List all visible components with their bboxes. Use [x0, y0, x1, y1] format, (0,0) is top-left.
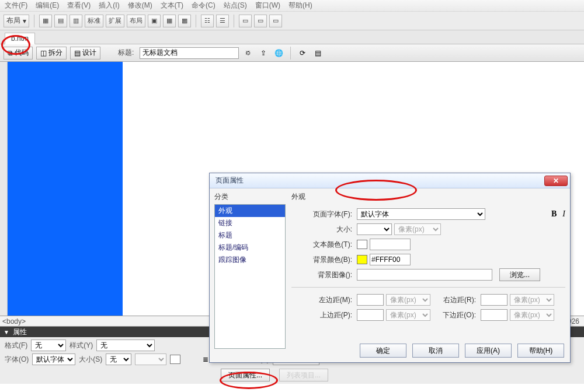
font-label: 字体(O) — [5, 355, 29, 365]
page-properties-button[interactable]: 页面属性... — [221, 369, 270, 382]
list-item-button: 列表项目... — [279, 369, 328, 382]
split-icon: ◫ — [40, 49, 47, 57]
menu-help[interactable]: 帮助(H) — [288, 1, 312, 10]
size-unit-select[interactable]: 像素(px) — [394, 223, 441, 235]
toolbar-icon-6[interactable]: ▩ — [178, 15, 191, 27]
help-button[interactable]: 帮助(H) — [517, 344, 564, 358]
toolbar-icon-11[interactable]: ▭ — [269, 15, 282, 27]
page-properties-dialog: 页面属性 ✕ 分类 外观 链接 标题 标题/编码 跟踪图像 — [209, 173, 571, 363]
toolbar-icon-10[interactable]: ▭ — [254, 15, 267, 27]
code-icon: ⧉ — [8, 49, 13, 57]
size2-label: 大小(S) — [79, 355, 102, 365]
doc-title-input[interactable] — [140, 47, 239, 59]
toolbar-icon-7[interactable]: ☷ — [201, 15, 214, 27]
margin-left-unit[interactable]: 像素(px) — [386, 294, 430, 306]
page-font-label: 页面字体(F): — [291, 209, 354, 219]
margin-bottom-unit[interactable]: 像素(px) — [510, 309, 554, 321]
dialog-titlebar[interactable]: 页面属性 ✕ — [210, 173, 570, 188]
toolbar-filemanage-icon[interactable]: ⛭ — [242, 47, 254, 59]
margin-bottom-input[interactable] — [481, 309, 507, 321]
menu-command[interactable]: 命令(C) — [192, 1, 215, 10]
margin-right-unit[interactable]: 像素(px) — [510, 294, 554, 306]
menu-edit[interactable]: 编辑(E) — [36, 1, 59, 10]
toolbar-icon-9[interactable]: ▭ — [239, 15, 252, 27]
page-font-select[interactable]: 默认字体 — [357, 208, 485, 220]
toolbar-icon-8[interactable]: ☰ — [216, 15, 229, 27]
page-body-element[interactable] — [8, 62, 123, 316]
toolbar-standard[interactable]: 标准 — [85, 15, 103, 27]
view-design-label: 设计 — [82, 48, 96, 58]
toolbar-extend[interactable]: 扩展 — [106, 15, 124, 27]
size2-select[interactable]: 无 — [106, 354, 131, 365]
toolbar-globe-icon[interactable]: 🌐 — [273, 47, 284, 59]
menu-view[interactable]: 查看(V) — [67, 1, 91, 10]
category-tracing[interactable]: 跟踪图像 — [215, 254, 285, 266]
menu-modify[interactable]: 修改(M) — [128, 1, 152, 10]
properties-panel-title: 属性 — [13, 327, 27, 337]
bgcolor-label: 背景颜色(B): — [291, 255, 354, 265]
apply-button[interactable]: 应用(A) — [465, 344, 512, 358]
textcolor-input[interactable] — [370, 239, 411, 250]
view-split-button[interactable]: ◫ 拆分 — [36, 47, 67, 60]
format-label: 格式(F) — [5, 341, 27, 351]
toolbar-layout[interactable]: 布局 — [127, 15, 145, 27]
ok-button[interactable]: 确定 — [360, 344, 406, 358]
size2-unit[interactable] — [135, 354, 166, 365]
file-tab-bhtm[interactable]: b.htm — [5, 33, 35, 44]
category-appearance[interactable]: 外观 — [215, 205, 285, 217]
bgcolor-swatch[interactable] — [357, 255, 367, 264]
margin-left-input[interactable] — [357, 294, 384, 306]
size-select[interactable] — [357, 223, 392, 235]
category-links[interactable]: 链接 — [215, 217, 285, 229]
menu-insert[interactable]: 插入(I) — [99, 1, 119, 10]
tag-selector-body[interactable]: <body> — [2, 317, 26, 326]
dialog-close-button[interactable]: ✕ — [544, 176, 568, 186]
design-canvas-area: 页面属性 ✕ 分类 外观 链接 标题 标题/编码 跟踪图像 — [0, 62, 584, 316]
dialog-title: 页面属性 — [215, 176, 244, 186]
toolbar-icon-3[interactable]: ▥ — [69, 15, 82, 27]
canvas-gutter — [0, 62, 8, 316]
menu-text[interactable]: 文本(T) — [161, 1, 183, 10]
main-menubar: 文件(F) 编辑(E) 查看(V) 插入(I) 修改(M) 文本(T) 命令(C… — [0, 0, 584, 12]
layout-toolbar: 布局 ▾ ▦ ▤ ▥ 标准 扩展 布局 ▣ ▦ ▩ ☷ ☰ ▭ ▭ ▭ — [0, 12, 584, 30]
textcolor-swatch[interactable] — [357, 240, 367, 249]
toolbar-options-icon[interactable]: ▤ — [312, 47, 324, 59]
collapse-arrow-icon: ▼ — [4, 329, 9, 335]
layout-dropdown[interactable]: 布局 ▾ — [4, 15, 29, 27]
toolbar-icon-5[interactable]: ▦ — [163, 15, 176, 27]
document-tabbar: b.htm — [0, 30, 584, 44]
menu-window[interactable]: 窗口(W) — [255, 1, 280, 10]
margin-top-unit[interactable]: 像素(px) — [386, 309, 430, 321]
toolbar-icon-1[interactable]: ▦ — [39, 15, 52, 27]
margin-left-label: 左边距(M): — [291, 295, 354, 305]
toolbar-icon-2[interactable]: ▤ — [54, 15, 67, 27]
menu-site[interactable]: 站点(S) — [224, 1, 247, 10]
italic-toggle[interactable]: I — [562, 209, 565, 219]
prop-color-swatch[interactable] — [170, 355, 180, 364]
bgimage-input[interactable] — [357, 269, 492, 281]
toolbar-icon-4[interactable]: ▣ — [148, 15, 161, 27]
view-split-label: 拆分 — [48, 48, 62, 58]
chevron-down-icon: ▾ — [23, 17, 26, 25]
category-encoding[interactable]: 标题/编码 — [215, 242, 285, 254]
style-select[interactable]: 无 — [96, 340, 155, 351]
bgcolor-input[interactable] — [370, 254, 411, 265]
toolbar-upload-icon[interactable]: ⇪ — [258, 47, 269, 59]
menu-file[interactable]: 文件(F) — [5, 1, 27, 10]
list-ul-icon[interactable]: ≣ — [203, 355, 208, 363]
category-headings[interactable]: 标题 — [215, 229, 285, 242]
view-code-button[interactable]: ⧉ 代码 — [4, 47, 33, 60]
margin-top-input[interactable] — [357, 309, 384, 321]
bold-toggle[interactable]: B — [551, 209, 557, 219]
cancel-button[interactable]: 取消 — [412, 344, 459, 358]
dialog-category-list[interactable]: 外观 链接 标题 标题/编码 跟踪图像 — [214, 204, 286, 349]
view-design-button[interactable]: ▤ 设计 — [70, 47, 100, 60]
margin-top-label: 上边距(P): — [291, 310, 354, 320]
font-select[interactable]: 默认字体 — [32, 354, 75, 365]
format-select[interactable]: 无 — [31, 340, 66, 351]
browse-button[interactable]: 浏览... — [499, 268, 540, 281]
view-code-label: 代码 — [15, 48, 29, 58]
toolbar-refresh-icon[interactable]: ⟳ — [297, 47, 308, 59]
margin-right-input[interactable] — [481, 294, 507, 306]
bgimage-label: 背景图像(): — [291, 270, 354, 280]
